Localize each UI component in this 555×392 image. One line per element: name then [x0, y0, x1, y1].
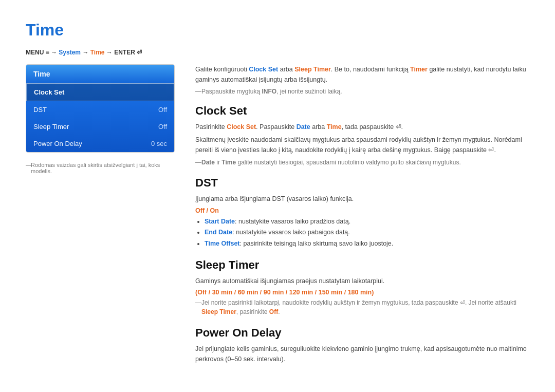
section-title-clockset: Clock Set	[195, 104, 529, 118]
menu-item-powerondelay-label: Power On Delay	[33, 140, 82, 147]
menu-time: Time	[90, 49, 105, 56]
menu-header: Time	[26, 65, 174, 83]
menu-prefix: MENU ≡ →	[26, 49, 59, 56]
menu-item-sleeptimer-label: Sleep Timer	[33, 123, 69, 130]
menu-box: Time Clock Set DST Off Sleep Timer Off P…	[26, 64, 175, 153]
menu-item-clockset-label: Clock Set	[34, 88, 64, 96]
clockset-text1: Pasirinkite Clock Set. Paspauskite Date …	[195, 122, 529, 132]
menu-item-sleeptimer-value: Off	[158, 123, 167, 130]
menu-enter: ENTER ⏎	[114, 49, 142, 56]
dst-off-on: Off / On	[195, 207, 529, 214]
menu-items: Clock Set DST Off Sleep Timer Off Power …	[26, 83, 174, 152]
right-column: Galite konfigūruoti Clock Set arba Sleep…	[195, 64, 529, 367]
menu-item-powerondelay-value: 0 sec	[151, 140, 167, 147]
menu-item-powerondelay[interactable]: Power On Delay 0 sec	[26, 135, 174, 152]
dst-text1: Įjungiama arba išjungiama DST (vasaros l…	[195, 194, 529, 204]
menu-arrow1: →	[81, 49, 90, 56]
sleeptimer-options: (Off / 30 min / 60 min / 90 min / 120 mi…	[195, 289, 529, 296]
page-title: Time	[26, 21, 529, 40]
menu-path: MENU ≡ → System → Time → ENTER ⏎	[26, 49, 529, 56]
section-title-sleeptimer: Sleep Timer	[195, 258, 529, 272]
sidebar-footnote: Rodomas vaizdas gali skirtis atsižvelgia…	[26, 162, 175, 174]
clockset-note: Date ir Time galite nustatyti tiesiogiai…	[195, 158, 529, 167]
intro-text: Galite konfigūruoti Clock Set arba Sleep…	[195, 64, 529, 85]
menu-item-clockset[interactable]: Clock Set	[26, 83, 174, 101]
section-title-dst: DST	[195, 176, 529, 190]
menu-item-sleeptimer[interactable]: Sleep Timer Off	[26, 118, 174, 135]
dst-bullets: Start Date: nustatykite vasaros laiko pr…	[205, 216, 529, 249]
menu-arrow2: →	[105, 49, 115, 56]
sleeptimer-note: Jei norite pasirinkti laikotarpį, naudok…	[195, 298, 529, 317]
sleeptimer-text1: Gaminys automatiškai išjungiamas praėjus…	[195, 276, 529, 286]
clockset-text2: Skaitmenų įveskite naudodami skaičiavų m…	[195, 135, 529, 155]
dst-bullet-timeoffset: Time Offset: pasirinkite teisingą laiko …	[205, 238, 529, 249]
dst-bullet-enddate: End Date: nustatykite vasaros laiko paba…	[205, 227, 529, 238]
powerondelay-text1: Jei prijungiate kelis gaminius, sureguli…	[195, 344, 529, 364]
menu-system: System	[59, 49, 81, 56]
intro-note: Paspauskite mygtuką INFO, jei norite suž…	[195, 88, 529, 95]
section-title-powerondelay: Power On Delay	[195, 326, 529, 340]
left-column: Time Clock Set DST Off Sleep Timer Off P…	[26, 64, 175, 367]
menu-item-dst-value: Off	[158, 106, 167, 114]
menu-item-dst[interactable]: DST Off	[26, 101, 174, 118]
menu-item-dst-label: DST	[33, 106, 47, 114]
dst-bullet-startdate: Start Date: nustatykite vasaros laiko pr…	[205, 216, 529, 227]
